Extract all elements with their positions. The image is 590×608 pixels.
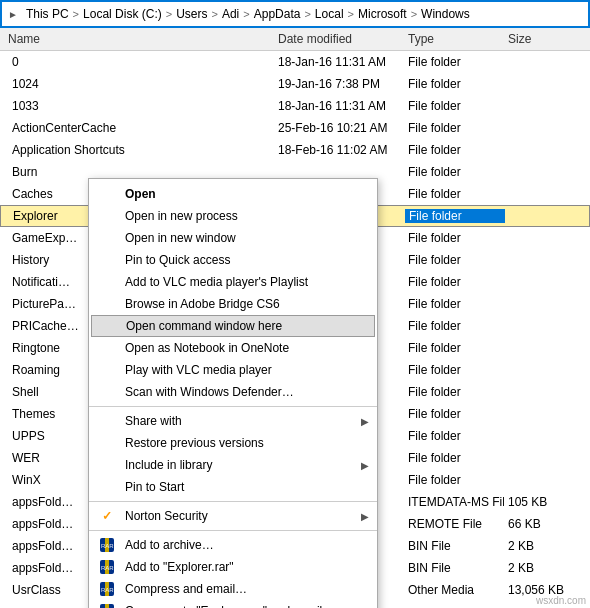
file-name-text: Themes (12, 407, 55, 421)
path-microsoft[interactable]: Microsoft (358, 7, 407, 21)
nav-back-icon[interactable]: ► (8, 9, 18, 20)
file-type-cell: File folder (404, 253, 504, 267)
context-menu-item[interactable]: Play with VLC media player (89, 359, 377, 381)
context-menu-separator (89, 530, 377, 531)
column-headers: Name Date modified Type Size (0, 28, 590, 51)
context-menu-item[interactable]: RAR Add to "Explorer.rar" (89, 556, 377, 578)
col-type[interactable]: Type (404, 30, 504, 48)
context-menu-item-label: Add to archive… (125, 538, 214, 552)
col-name[interactable]: Name (4, 30, 274, 48)
submenu-arrow-icon: ▶ (361, 416, 369, 427)
file-date-cell: 19-Jan-16 7:38 PM (274, 77, 404, 91)
context-menu-item[interactable]: ✓Norton Security▶ (89, 505, 377, 527)
file-type-cell: File folder (404, 55, 504, 69)
path-local[interactable]: Local (315, 7, 344, 21)
file-name-text: appsFold… (12, 517, 73, 531)
context-menu-item[interactable]: Restore previous versions (89, 432, 377, 454)
context-menu-item-label: Browse in Adobe Bridge CS6 (125, 297, 280, 311)
path-appdata[interactable]: AppData (254, 7, 301, 21)
file-name-text: PRICache… (12, 319, 79, 333)
file-type-cell: File folder (404, 429, 504, 443)
context-menu: OpenOpen in new processOpen in new windo… (88, 178, 378, 608)
context-menu-item[interactable]: Pin to Quick access (89, 249, 377, 271)
file-date-cell: 18-Jan-16 11:31 AM (274, 99, 404, 113)
file-name-text: ActionCenterCache (12, 121, 116, 135)
file-type-cell: File folder (404, 187, 504, 201)
watermark: wsxdn.com (536, 595, 586, 606)
norton-icon: ✓ (99, 508, 115, 524)
file-name-text: Burn (12, 165, 37, 179)
context-menu-separator (89, 406, 377, 407)
table-row[interactable]: Application Shortcuts18-Feb-16 11:02 AMF… (0, 139, 590, 161)
file-name-text: History (12, 253, 49, 267)
context-menu-item[interactable]: Pin to Start (89, 476, 377, 498)
table-row[interactable]: ActionCenterCache25-Feb-16 10:21 AMFile … (0, 117, 590, 139)
path-this-pc[interactable]: This PC (26, 7, 69, 21)
address-bar[interactable]: ► This PC > Local Disk (C:) > Users > Ad… (0, 0, 590, 28)
context-menu-item[interactable]: Add to VLC media player's Playlist (89, 271, 377, 293)
context-menu-item-label: Share with (125, 414, 182, 428)
context-menu-item[interactable]: Open in new process (89, 205, 377, 227)
file-date-cell: 25-Feb-16 10:21 AM (274, 121, 404, 135)
table-row[interactable]: 102419-Jan-16 7:38 PMFile folder (0, 73, 590, 95)
file-name-text: Ringtone (12, 341, 60, 355)
context-menu-item[interactable]: Browse in Adobe Bridge CS6 (89, 293, 377, 315)
context-menu-item-label: Compress to "Explorer.rar" and email (125, 604, 322, 608)
file-date-cell: 18-Feb-16 11:02 AM (274, 143, 404, 157)
file-type-cell: REMOTE File (404, 517, 504, 531)
context-menu-item[interactable]: Scan with Windows Defender… (89, 381, 377, 403)
context-menu-item[interactable]: Include in library▶ (89, 454, 377, 476)
svg-text:RAR: RAR (101, 543, 114, 549)
file-type-cell: File folder (404, 121, 504, 135)
context-menu-item[interactable]: Share with▶ (89, 410, 377, 432)
file-type-cell: Other Media (404, 583, 504, 597)
file-type-cell: File folder (404, 231, 504, 245)
context-menu-item-label: Open (125, 187, 156, 201)
table-row[interactable]: 018-Jan-16 11:31 AMFile folder (0, 51, 590, 73)
file-type-cell: File folder (404, 297, 504, 311)
context-menu-separator (89, 501, 377, 502)
context-menu-item-label: Add to VLC media player's Playlist (125, 275, 308, 289)
file-name-cell: Application Shortcuts (4, 143, 274, 157)
file-name-text: Explorer (13, 209, 58, 223)
file-name-text: PicturePa… (12, 297, 76, 311)
context-menu-item[interactable]: Open as Notebook in OneNote (89, 337, 377, 359)
context-menu-item[interactable]: Open command window here (91, 315, 375, 337)
file-type-cell: File folder (404, 451, 504, 465)
context-menu-item[interactable]: RAR Compress and email… (89, 578, 377, 600)
file-name-text: WER (12, 451, 40, 465)
file-name-cell: 1033 (4, 99, 274, 113)
path-windows[interactable]: Windows (421, 7, 470, 21)
context-menu-item[interactable]: Open in new window (89, 227, 377, 249)
svg-text:RAR: RAR (101, 587, 114, 593)
file-name-cell: 1024 (4, 77, 274, 91)
file-type-cell: File folder (405, 209, 505, 223)
submenu-arrow-icon: ▶ (361, 511, 369, 522)
file-type-cell: BIN File (404, 561, 504, 575)
file-type-cell: File folder (404, 99, 504, 113)
table-row[interactable]: 103318-Jan-16 11:31 AMFile folder (0, 95, 590, 117)
context-menu-item-label: Compress and email… (125, 582, 247, 596)
winrar-icon: RAR (99, 559, 115, 575)
context-menu-item[interactable]: Open (89, 183, 377, 205)
path-adi[interactable]: Adi (222, 7, 239, 21)
context-menu-item[interactable]: RAR Compress to "Explorer.rar" and email (89, 600, 377, 608)
file-name-text: WinX (12, 473, 41, 487)
col-date[interactable]: Date modified (274, 30, 404, 48)
file-size-cell: 105 KB (504, 495, 564, 509)
context-menu-item-label: Open in new process (125, 209, 238, 223)
file-name-text: appsFold… (12, 561, 73, 575)
path-users[interactable]: Users (176, 7, 207, 21)
col-size[interactable]: Size (504, 30, 564, 48)
path-local-disk[interactable]: Local Disk (C:) (83, 7, 162, 21)
winrar-icon: RAR (99, 603, 115, 608)
file-type-cell: File folder (404, 275, 504, 289)
file-type-cell: File folder (404, 165, 504, 179)
file-date-cell: 18-Jan-16 11:31 AM (274, 55, 404, 69)
context-menu-item-label: Open as Notebook in OneNote (125, 341, 289, 355)
context-menu-item[interactable]: RAR Add to archive… (89, 534, 377, 556)
file-name-cell: 0 (4, 55, 274, 69)
context-menu-item-label: Pin to Quick access (125, 253, 230, 267)
file-name-text: UPPS (12, 429, 45, 443)
context-menu-item-label: Include in library (125, 458, 212, 472)
